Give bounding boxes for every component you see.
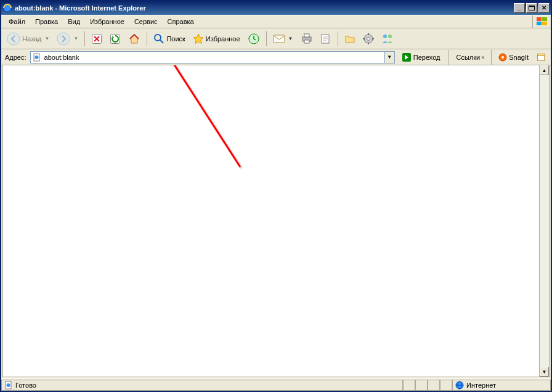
app-window: about:blank - Microsoft Internet Explore…	[0, 0, 552, 392]
folder-icon	[344, 33, 355, 44]
chevron-down-icon: ▼	[73, 36, 78, 41]
address-label: Адрес:	[4, 54, 28, 61]
svg-point-29	[388, 35, 392, 38]
address-field-wrap: ▼	[30, 51, 395, 63]
edit-button[interactable]	[317, 30, 335, 47]
toolbar-separator	[147, 31, 147, 46]
menubar: Файл Правка Вид Избранное Сервис Справка	[1, 15, 551, 28]
snagit-button[interactable]: SnagIt	[496, 53, 531, 62]
print-icon	[301, 33, 313, 44]
mail-button[interactable]: ▼	[270, 30, 296, 47]
menu-tools[interactable]: Сервис	[129, 17, 163, 27]
svg-rect-4	[542, 17, 547, 21]
content-area: ▲ ▼	[2, 65, 550, 377]
status-box	[428, 380, 440, 391]
history-button[interactable]	[245, 30, 263, 47]
scroll-track[interactable]	[540, 75, 549, 367]
messenger-icon	[381, 33, 394, 44]
refresh-icon	[110, 33, 121, 44]
svg-rect-16	[304, 34, 309, 37]
svg-rect-14	[274, 35, 285, 43]
addrbar-separator	[491, 50, 492, 65]
search-button[interactable]: Поиск	[150, 30, 188, 47]
svg-point-40	[7, 383, 10, 387]
go-icon	[402, 52, 412, 62]
menu-file[interactable]: Файл	[4, 17, 30, 27]
status-box	[440, 380, 452, 391]
addrbar-separator	[448, 50, 449, 65]
snagit-extra-button[interactable]	[534, 51, 548, 64]
svg-rect-6	[542, 22, 547, 25]
svg-line-12	[160, 40, 163, 43]
mail-icon	[273, 34, 285, 44]
statusbar: Готово Интернет	[1, 378, 551, 391]
window-icon	[537, 53, 545, 62]
page-icon	[32, 52, 42, 62]
star-icon	[193, 33, 204, 44]
menu-favorites[interactable]: Избранное	[85, 17, 129, 27]
annotation-arrow-icon	[3, 65, 549, 377]
address-input[interactable]	[42, 54, 384, 61]
svg-rect-5	[537, 22, 542, 25]
svg-point-31	[34, 55, 38, 59]
svg-point-23	[367, 37, 370, 40]
links-button[interactable]: Ссылки »	[453, 54, 487, 61]
globe-icon	[455, 381, 464, 390]
search-label: Поиск	[166, 35, 185, 43]
status-box	[403, 380, 415, 391]
maximize-button[interactable]	[526, 3, 537, 13]
search-icon	[153, 33, 164, 44]
vertical-scrollbar[interactable]: ▲ ▼	[539, 65, 549, 377]
scroll-up-button[interactable]: ▲	[540, 65, 549, 75]
svg-point-8	[57, 33, 70, 45]
window-title: about:blank - Microsoft Internet Explore…	[15, 4, 513, 12]
svg-rect-3	[537, 17, 542, 21]
forward-button[interactable]: ▼	[54, 30, 81, 47]
refresh-button[interactable]	[107, 30, 124, 47]
snagit-label: SnagIt	[509, 54, 529, 61]
print-button[interactable]	[298, 30, 316, 47]
go-label: Переход	[413, 54, 440, 61]
chevron-right-icon: »	[481, 54, 484, 60]
chevron-down-icon: ▼	[288, 36, 293, 41]
back-label: Назад	[22, 35, 42, 43]
favorites-button[interactable]: Избранное	[190, 30, 243, 47]
snagit-icon	[498, 53, 507, 62]
toolbar: Назад ▼ ▼ Поиск Избранное	[1, 28, 551, 49]
back-button[interactable]: Назад ▼	[4, 30, 52, 47]
svg-point-28	[383, 35, 387, 38]
zone-panel: Интернет	[452, 380, 551, 391]
menu-help[interactable]: Справка	[163, 17, 199, 27]
svg-point-7	[7, 33, 20, 45]
minimize-button[interactable]: _	[514, 3, 525, 13]
home-button[interactable]	[125, 30, 144, 47]
favorites-label: Избранное	[206, 35, 240, 43]
options-button[interactable]	[360, 30, 377, 47]
scroll-down-button[interactable]: ▼	[540, 367, 549, 377]
home-icon	[128, 33, 140, 45]
menu-edit[interactable]: Правка	[30, 17, 63, 27]
back-icon	[7, 32, 20, 46]
menu-view[interactable]: Вид	[63, 17, 85, 27]
close-button[interactable]: ✕	[538, 3, 550, 13]
toolbar-separator	[84, 31, 85, 46]
toolbar-separator	[266, 31, 267, 46]
messenger-button[interactable]	[378, 30, 397, 47]
status-text: Готово	[15, 382, 36, 389]
toolbar-separator	[338, 31, 338, 46]
forward-icon	[57, 32, 70, 46]
gear-icon	[363, 33, 374, 44]
status-panel: Готово	[1, 380, 403, 391]
svg-point-34	[501, 56, 504, 59]
edit-icon	[320, 33, 331, 44]
address-bar: Адрес: ▼ Переход Ссылки » SnagIt	[1, 49, 551, 65]
status-box	[415, 380, 428, 391]
stop-button[interactable]	[88, 30, 105, 47]
svg-rect-36	[538, 54, 545, 55]
svg-point-11	[155, 35, 161, 41]
research-button[interactable]	[341, 30, 359, 47]
svg-line-37	[160, 65, 240, 167]
address-dropdown-button[interactable]: ▼	[384, 52, 394, 63]
go-button[interactable]: Переход	[397, 51, 445, 64]
history-icon	[248, 33, 260, 45]
